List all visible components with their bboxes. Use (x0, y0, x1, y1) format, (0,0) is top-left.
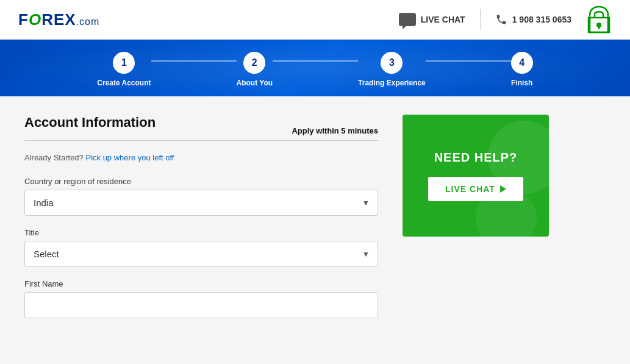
page-title: Account Information (24, 115, 156, 130)
logo-suffix: REX (41, 10, 76, 29)
already-started-text: Already Started? Pick up where you left … (24, 153, 378, 162)
country-select-wrapper: India United States United Kingdom ▼ (24, 190, 378, 216)
header-divider (480, 9, 481, 30)
step-1: 1 Create Account (97, 52, 151, 87)
progress-bar: 1 Create Account 2 About You 3 Trading E… (0, 40, 630, 96)
steps-container: 1 Create Account 2 About You 3 Trading E… (102, 52, 529, 87)
title-row: Account Information Apply within 5 minut… (24, 115, 378, 135)
live-chat-label: LIVE CHAT (421, 15, 465, 24)
page-header: FOREX.com LIVE CHAT 1 908 315 0653 (0, 0, 630, 40)
phone-section: 1 908 315 0653 (495, 13, 571, 26)
step-3-label: Trading Experience (358, 79, 426, 87)
logo-prefix: F (18, 10, 29, 29)
help-card: NEED HELP? LIVE CHAT (403, 115, 549, 237)
step-2-circle: 2 (243, 52, 265, 74)
step-line-2 (273, 60, 358, 62)
header-right: LIVE CHAT 1 908 315 0653 (399, 5, 612, 34)
step-1-circle: 1 (113, 52, 135, 74)
form-section: Account Information Apply within 5 minut… (24, 115, 378, 330)
sidebar: NEED HELP? LIVE CHAT (403, 115, 549, 330)
step-4-label: Finish (511, 79, 532, 87)
first-name-input[interactable] (24, 292, 378, 318)
apply-within: Apply within 5 minutes (292, 126, 378, 135)
title-select-wrapper: Select Mr Mrs Ms Dr ▼ (24, 241, 378, 267)
need-help-text: NEED HELP? (434, 151, 518, 165)
chat-icon (399, 13, 416, 26)
phone-icon (495, 13, 507, 26)
live-chat-card-button[interactable]: LIVE CHAT (428, 177, 523, 201)
title-field-group: Title Select Mr Mrs Ms Dr ▼ (24, 228, 378, 267)
step-line-1 (151, 60, 237, 62)
step-2-label: About You (237, 79, 273, 87)
first-name-field-group: First Name (24, 279, 378, 318)
country-select[interactable]: India United States United Kingdom (24, 190, 378, 216)
phone-number: 1 908 315 0653 (512, 15, 571, 24)
step-4: 4 Finish (511, 52, 533, 87)
title-label: Title (24, 228, 378, 237)
step-2: 2 About You (237, 52, 273, 87)
logo-highlight: O (29, 10, 41, 29)
apply-within-value: 5 minutes (341, 126, 378, 135)
step-1-label: Create Account (97, 79, 151, 87)
main-content: Account Information Apply within 5 minut… (0, 96, 630, 349)
apply-within-prefix: Apply within (292, 126, 341, 135)
play-icon (500, 185, 506, 193)
live-chat-card-label: LIVE CHAT (445, 184, 495, 194)
step-4-circle: 4 (511, 52, 533, 74)
step-line-3 (426, 60, 511, 62)
country-label: Country or region of residence (24, 177, 378, 186)
step-3: 3 Trading Experience (358, 52, 426, 87)
live-chat-button[interactable]: LIVE CHAT (399, 13, 465, 26)
country-field-group: Country or region of residence India Uni… (24, 177, 378, 216)
pick-up-link[interactable]: Pick up where you left off (85, 153, 174, 162)
first-name-label: First Name (24, 279, 378, 288)
title-select[interactable]: Select Mr Mrs Ms Dr (24, 241, 378, 267)
svg-point-1 (596, 23, 601, 27)
title-divider (24, 140, 378, 141)
logo: FOREX.com (18, 10, 99, 29)
lock-icon (587, 5, 611, 34)
step-3-circle: 3 (381, 52, 403, 74)
logo-dotcom: .com (76, 16, 100, 27)
security-badge (586, 5, 612, 34)
